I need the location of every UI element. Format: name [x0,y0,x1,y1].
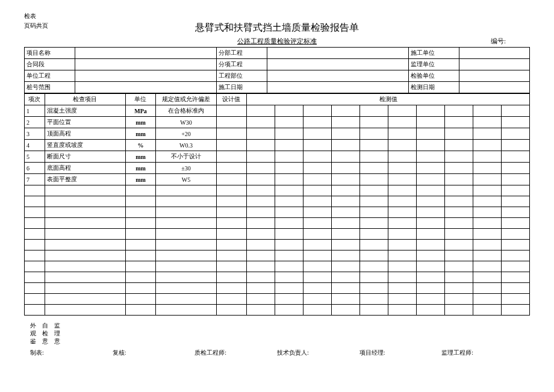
cell-measure [501,117,529,128]
cell-sheji [216,117,246,128]
cell-empty [473,196,501,207]
cell-empty [416,272,444,283]
cell-measure [360,151,388,163]
table-row-empty [25,240,530,250]
bianhao-label: 编号: [491,37,506,46]
cell-empty [275,185,303,196]
cell-measure [332,117,360,128]
cell-empty [45,261,125,272]
cell-empty [45,305,125,316]
cell-empty [360,250,388,261]
cell-measure [501,140,529,151]
cell-unit: MPa [125,105,155,117]
cell-unit: mm [125,174,155,185]
cell-empty [247,305,275,316]
cell-empty [45,218,125,229]
table-row-empty [25,250,530,261]
cell-empty [125,294,155,305]
cell-sheji [216,151,246,163]
cell-empty [303,261,332,272]
cell-measure [360,117,388,128]
h-jiance: 检测值 [247,94,530,105]
cell-empty [332,283,360,294]
cell-empty [360,283,388,294]
cell-n: 2 [25,117,45,128]
sign-zhijian: 质检工程师: [195,349,277,357]
cell-empty [473,305,501,316]
cell-measure [388,105,417,117]
cell-empty [501,250,529,261]
cell-empty [247,294,275,305]
cell-measure [416,174,444,185]
cell-empty [247,229,275,240]
cell-measure [473,163,501,174]
cell-empty [416,196,444,207]
cell-measure [444,163,473,174]
cell-empty [156,294,217,305]
cell-empty [125,196,155,207]
cell-empty [501,283,529,294]
cell-measure [360,140,388,151]
cell-measure [416,140,444,151]
cell-empty [25,229,45,240]
cell-empty [45,283,125,294]
cell-measure [303,140,332,151]
cell-empty [247,250,275,261]
cell-measure [247,105,275,117]
cell-empty [360,185,388,196]
cell-measure [332,163,360,174]
cell-empty [247,185,275,196]
cell-empty [216,196,246,207]
cell-empty [247,261,275,272]
cell-empty [388,196,417,207]
cell-empty [216,185,246,196]
label-danwei-gc: 单位工程 [25,70,75,82]
cell-empty [275,229,303,240]
cell-measure [275,105,303,117]
cell-empty [275,218,303,229]
cell-empty [501,261,529,272]
cell-empty [473,272,501,283]
table-row-empty [25,207,530,218]
cell-spec: ±30 [156,163,217,174]
cell-empty [388,283,417,294]
cell-empty [388,185,417,196]
cell-measure [275,174,303,185]
cell-empty [444,261,473,272]
cell-measure [332,140,360,151]
cell-empty [501,240,529,250]
label-jianyan-danwei: 检验单位 [408,70,459,82]
table-row-empty [25,185,530,196]
cell-empty [156,185,217,196]
cell-measure [303,117,332,128]
cell-empty [388,229,417,240]
h-danwei: 单位 [125,94,155,105]
cell-measure [416,117,444,128]
cell-empty [501,305,529,316]
cell-measure [303,151,332,163]
cell-measure [501,105,529,117]
cell-empty [303,207,332,218]
cell-empty [303,229,332,240]
cell-empty [332,240,360,250]
cell-empty [25,272,45,283]
table-row: 7表面平整度mmW5 [25,174,530,185]
cell-empty [444,218,473,229]
cell-sheji [216,174,246,185]
cell-empty [360,196,388,207]
cell-empty [247,207,275,218]
cell-item: 竖直度或坡度 [45,140,125,151]
cell-measure [388,163,417,174]
sign-fuhe: 复核: [113,349,195,357]
cell-empty [332,261,360,272]
table-row-empty [25,305,530,316]
cell-empty [275,283,303,294]
cell-sheji [216,105,246,117]
cell-measure [444,117,473,128]
cell-measure [473,128,501,140]
cell-empty [303,240,332,250]
cell-empty [216,272,246,283]
cell-empty [332,185,360,196]
cell-item: 底面高程 [45,163,125,174]
cell-empty [473,261,501,272]
